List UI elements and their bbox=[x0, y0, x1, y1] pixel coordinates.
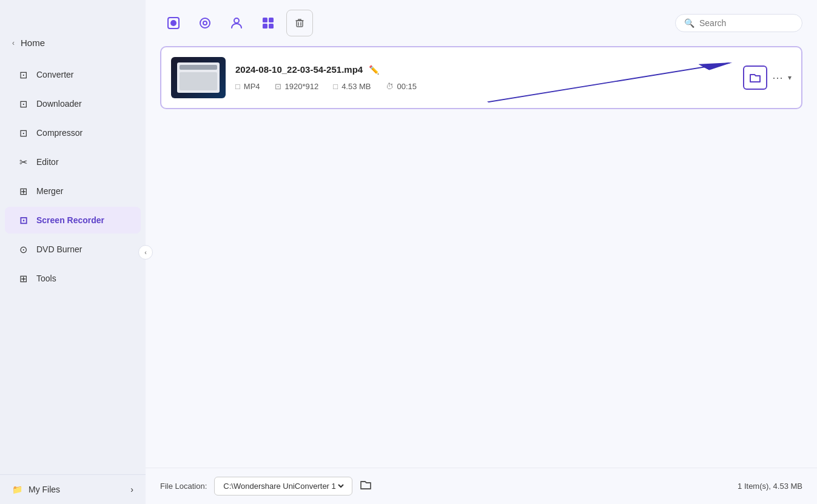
sidebar-item-tools[interactable]: ⊞ Tools bbox=[5, 265, 141, 292]
delete-button[interactable] bbox=[286, 10, 313, 36]
search-box[interactable]: 🔍 bbox=[675, 14, 802, 32]
folder-open-button[interactable] bbox=[360, 479, 372, 493]
person-button[interactable] bbox=[223, 10, 250, 36]
resolution-value: 1920*912 bbox=[285, 82, 319, 91]
sidebar-navigation: ⊡ Converter ⊡ Downloader ⊡ Compressor ✂ … bbox=[0, 55, 146, 474]
edit-icon[interactable]: ✏️ bbox=[369, 65, 379, 75]
footer: File Location: C:\Wondershare UniConvert… bbox=[146, 468, 817, 504]
dvd-burner-icon: ⊙ bbox=[17, 243, 29, 255]
location-dropdown[interactable]: C:\Wondershare UniConverter 1 bbox=[221, 481, 346, 491]
svg-point-4 bbox=[204, 22, 206, 24]
filesize-value: 4.53 MB bbox=[341, 82, 371, 91]
meta-format: □ MP4 bbox=[235, 82, 260, 91]
sidebar: ‹ Home ⊡ Converter ⊡ Downloader ⊡ Compre… bbox=[0, 0, 146, 504]
sidebar-item-downloader[interactable]: ⊡ Downloader bbox=[5, 90, 141, 117]
grid-button[interactable] bbox=[255, 10, 281, 36]
meta-resolution: ⊡ 1920*912 bbox=[275, 82, 319, 91]
file-thumbnail bbox=[171, 57, 226, 98]
editor-icon: ✂ bbox=[17, 156, 29, 168]
svg-point-5 bbox=[234, 18, 239, 23]
open-folder-button[interactable] bbox=[743, 66, 767, 90]
main-content: 🔍 2024-08-10_22-03-54-251.mp4 ✏️ □ bbox=[146, 0, 817, 504]
downloader-icon: ⊡ bbox=[17, 98, 29, 110]
sidebar-label-merger: Merger bbox=[36, 186, 63, 196]
search-icon: 🔍 bbox=[684, 18, 694, 28]
format-icon: □ bbox=[235, 82, 240, 91]
resolution-icon: ⊡ bbox=[275, 82, 281, 91]
sidebar-home[interactable]: ‹ Home bbox=[0, 30, 146, 55]
sidebar-label-dvd-burner: DVD Burner bbox=[36, 244, 82, 254]
location-select[interactable]: C:\Wondershare UniConverter 1 bbox=[214, 477, 352, 496]
format-value: MP4 bbox=[244, 82, 260, 91]
duration-icon: ⏱ bbox=[386, 82, 394, 91]
search-input[interactable] bbox=[699, 18, 793, 28]
sidebar-label-downloader: Downloader bbox=[36, 99, 82, 109]
tools-icon: ⊞ bbox=[17, 272, 29, 284]
sidebar-label-screen-recorder: Screen Recorder bbox=[36, 215, 104, 225]
home-label: Home bbox=[21, 38, 45, 48]
converter-icon: ⊡ bbox=[17, 69, 29, 81]
my-files[interactable]: 📁 My Files › bbox=[12, 485, 133, 494]
compressor-icon: ⊡ bbox=[17, 127, 29, 139]
sidebar-item-compressor[interactable]: ⊡ Compressor bbox=[5, 119, 141, 146]
home-chevron-icon: ‹ bbox=[12, 39, 15, 47]
expand-button[interactable]: ▾ bbox=[788, 73, 792, 82]
svg-rect-7 bbox=[269, 18, 274, 22]
svg-rect-8 bbox=[263, 24, 267, 29]
sidebar-item-editor[interactable]: ✂ Editor bbox=[5, 149, 141, 175]
sidebar-label-converter: Converter bbox=[36, 70, 73, 79]
svg-rect-10 bbox=[297, 21, 303, 27]
meta-duration: ⏱ 00:15 bbox=[386, 82, 417, 91]
file-name: 2024-08-10_22-03-54-251.mp4 bbox=[235, 64, 363, 75]
my-files-label: My Files bbox=[29, 485, 60, 494]
sidebar-collapse-button[interactable]: ‹ bbox=[138, 245, 153, 260]
svg-point-1 bbox=[170, 20, 177, 26]
sidebar-label-tools: Tools bbox=[36, 274, 56, 283]
sidebar-label-editor: Editor bbox=[36, 157, 59, 167]
sidebar-bottom: 📁 My Files › bbox=[0, 474, 146, 504]
card-actions: ⋯ ▾ bbox=[743, 66, 792, 90]
record-button[interactable] bbox=[160, 10, 187, 36]
duration-value: 00:15 bbox=[397, 82, 417, 91]
sidebar-item-merger[interactable]: ⊞ Merger bbox=[5, 178, 141, 204]
my-files-chevron-icon: › bbox=[130, 485, 133, 494]
file-meta: □ MP4 ⊡ 1920*912 □ 4.53 MB ⏱ 00:15 bbox=[235, 82, 733, 91]
sidebar-label-compressor: Compressor bbox=[36, 128, 82, 138]
file-card: 2024-08-10_22-03-54-251.mp4 ✏️ □ MP4 ⊡ 1… bbox=[160, 46, 802, 109]
screen-recorder-icon: ⊡ bbox=[17, 214, 29, 226]
more-options-button[interactable]: ⋯ bbox=[772, 71, 783, 84]
sidebar-item-converter[interactable]: ⊡ Converter bbox=[5, 61, 141, 88]
footer-item-info: 1 Item(s), 4.53 MB bbox=[738, 482, 802, 491]
svg-rect-6 bbox=[263, 18, 267, 22]
toolbar: 🔍 bbox=[146, 0, 817, 46]
file-location-label: File Location: bbox=[160, 482, 207, 491]
sidebar-item-screen-recorder[interactable]: ⊡ Screen Recorder bbox=[5, 207, 141, 234]
svg-rect-9 bbox=[269, 24, 274, 29]
file-info: 2024-08-10_22-03-54-251.mp4 ✏️ □ MP4 ⊡ 1… bbox=[235, 64, 733, 91]
meta-filesize: □ 4.53 MB bbox=[333, 82, 371, 91]
my-files-icon: 📁 bbox=[12, 485, 22, 494]
merger-icon: ⊞ bbox=[17, 185, 29, 197]
file-area: 2024-08-10_22-03-54-251.mp4 ✏️ □ MP4 ⊡ 1… bbox=[146, 46, 817, 468]
sidebar-item-dvd-burner[interactable]: ⊙ DVD Burner bbox=[5, 236, 141, 263]
filesize-icon: □ bbox=[333, 82, 338, 91]
camera-button[interactable] bbox=[192, 10, 218, 36]
